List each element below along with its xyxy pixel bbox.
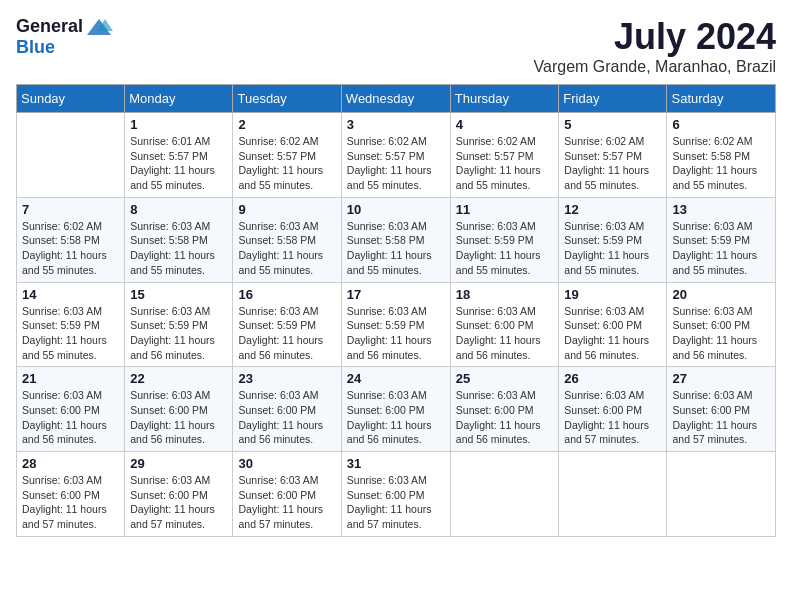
calendar-cell: 31Sunrise: 6:03 AMSunset: 6:00 PMDayligh… xyxy=(341,452,450,537)
calendar-cell: 16Sunrise: 6:03 AMSunset: 5:59 PMDayligh… xyxy=(233,282,341,367)
day-info: Sunrise: 6:03 AMSunset: 6:00 PMDaylight:… xyxy=(672,388,770,447)
day-info: Sunrise: 6:03 AMSunset: 6:00 PMDaylight:… xyxy=(130,388,227,447)
logo: General Blue xyxy=(16,16,113,58)
day-number: 14 xyxy=(22,287,119,302)
day-number: 11 xyxy=(456,202,554,217)
calendar-cell: 12Sunrise: 6:03 AMSunset: 5:59 PMDayligh… xyxy=(559,197,667,282)
calendar-cell: 14Sunrise: 6:03 AMSunset: 5:59 PMDayligh… xyxy=(17,282,125,367)
calendar-cell: 17Sunrise: 6:03 AMSunset: 5:59 PMDayligh… xyxy=(341,282,450,367)
calendar-cell: 20Sunrise: 6:03 AMSunset: 6:00 PMDayligh… xyxy=(667,282,776,367)
day-info: Sunrise: 6:03 AMSunset: 6:00 PMDaylight:… xyxy=(456,304,554,363)
day-number: 5 xyxy=(564,117,661,132)
calendar-cell: 15Sunrise: 6:03 AMSunset: 5:59 PMDayligh… xyxy=(125,282,233,367)
calendar-header-wednesday: Wednesday xyxy=(341,85,450,113)
calendar-header-sunday: Sunday xyxy=(17,85,125,113)
calendar-cell: 3Sunrise: 6:02 AMSunset: 5:57 PMDaylight… xyxy=(341,113,450,198)
calendar-week-row: 14Sunrise: 6:03 AMSunset: 5:59 PMDayligh… xyxy=(17,282,776,367)
day-info: Sunrise: 6:03 AMSunset: 5:59 PMDaylight:… xyxy=(564,219,661,278)
day-info: Sunrise: 6:03 AMSunset: 5:59 PMDaylight:… xyxy=(456,219,554,278)
day-number: 19 xyxy=(564,287,661,302)
calendar-cell: 24Sunrise: 6:03 AMSunset: 6:00 PMDayligh… xyxy=(341,367,450,452)
calendar-header-monday: Monday xyxy=(125,85,233,113)
day-number: 23 xyxy=(238,371,335,386)
day-info: Sunrise: 6:03 AMSunset: 6:00 PMDaylight:… xyxy=(22,473,119,532)
day-number: 29 xyxy=(130,456,227,471)
calendar-cell: 9Sunrise: 6:03 AMSunset: 5:58 PMDaylight… xyxy=(233,197,341,282)
logo-icon xyxy=(85,17,113,37)
day-number: 4 xyxy=(456,117,554,132)
day-info: Sunrise: 6:03 AMSunset: 5:59 PMDaylight:… xyxy=(238,304,335,363)
day-info: Sunrise: 6:03 AMSunset: 5:59 PMDaylight:… xyxy=(672,219,770,278)
day-info: Sunrise: 6:03 AMSunset: 6:00 PMDaylight:… xyxy=(456,388,554,447)
calendar-cell: 19Sunrise: 6:03 AMSunset: 6:00 PMDayligh… xyxy=(559,282,667,367)
calendar-cell xyxy=(450,452,559,537)
day-info: Sunrise: 6:03 AMSunset: 6:00 PMDaylight:… xyxy=(564,388,661,447)
day-number: 17 xyxy=(347,287,445,302)
calendar-cell xyxy=(559,452,667,537)
day-number: 7 xyxy=(22,202,119,217)
calendar-cell: 5Sunrise: 6:02 AMSunset: 5:57 PMDaylight… xyxy=(559,113,667,198)
calendar-cell: 6Sunrise: 6:02 AMSunset: 5:58 PMDaylight… xyxy=(667,113,776,198)
day-info: Sunrise: 6:03 AMSunset: 5:59 PMDaylight:… xyxy=(130,304,227,363)
title-area: July 2024 Vargem Grande, Maranhao, Brazi… xyxy=(534,16,776,76)
calendar-table: SundayMondayTuesdayWednesdayThursdayFrid… xyxy=(16,84,776,537)
day-number: 26 xyxy=(564,371,661,386)
day-number: 15 xyxy=(130,287,227,302)
day-info: Sunrise: 6:01 AMSunset: 5:57 PMDaylight:… xyxy=(130,134,227,193)
day-number: 25 xyxy=(456,371,554,386)
calendar-cell: 11Sunrise: 6:03 AMSunset: 5:59 PMDayligh… xyxy=(450,197,559,282)
logo-blue-text: Blue xyxy=(16,37,55,58)
calendar-cell: 4Sunrise: 6:02 AMSunset: 5:57 PMDaylight… xyxy=(450,113,559,198)
day-info: Sunrise: 6:03 AMSunset: 5:59 PMDaylight:… xyxy=(22,304,119,363)
day-info: Sunrise: 6:03 AMSunset: 6:00 PMDaylight:… xyxy=(238,388,335,447)
location-subtitle: Vargem Grande, Maranhao, Brazil xyxy=(534,58,776,76)
day-number: 12 xyxy=(564,202,661,217)
day-info: Sunrise: 6:03 AMSunset: 6:00 PMDaylight:… xyxy=(347,473,445,532)
month-year-title: July 2024 xyxy=(534,16,776,58)
calendar-cell: 28Sunrise: 6:03 AMSunset: 6:00 PMDayligh… xyxy=(17,452,125,537)
day-info: Sunrise: 6:03 AMSunset: 5:58 PMDaylight:… xyxy=(130,219,227,278)
day-info: Sunrise: 6:02 AMSunset: 5:58 PMDaylight:… xyxy=(672,134,770,193)
calendar-cell: 2Sunrise: 6:02 AMSunset: 5:57 PMDaylight… xyxy=(233,113,341,198)
calendar-cell: 1Sunrise: 6:01 AMSunset: 5:57 PMDaylight… xyxy=(125,113,233,198)
calendar-cell: 25Sunrise: 6:03 AMSunset: 6:00 PMDayligh… xyxy=(450,367,559,452)
day-number: 22 xyxy=(130,371,227,386)
calendar-cell: 29Sunrise: 6:03 AMSunset: 6:00 PMDayligh… xyxy=(125,452,233,537)
calendar-cell: 21Sunrise: 6:03 AMSunset: 6:00 PMDayligh… xyxy=(17,367,125,452)
day-info: Sunrise: 6:03 AMSunset: 5:58 PMDaylight:… xyxy=(238,219,335,278)
header: General Blue July 2024 Vargem Grande, Ma… xyxy=(16,16,776,76)
day-info: Sunrise: 6:03 AMSunset: 6:00 PMDaylight:… xyxy=(130,473,227,532)
day-number: 27 xyxy=(672,371,770,386)
calendar-week-row: 7Sunrise: 6:02 AMSunset: 5:58 PMDaylight… xyxy=(17,197,776,282)
day-number: 6 xyxy=(672,117,770,132)
day-info: Sunrise: 6:03 AMSunset: 6:00 PMDaylight:… xyxy=(564,304,661,363)
day-number: 28 xyxy=(22,456,119,471)
day-number: 3 xyxy=(347,117,445,132)
calendar-header-tuesday: Tuesday xyxy=(233,85,341,113)
calendar-cell: 30Sunrise: 6:03 AMSunset: 6:00 PMDayligh… xyxy=(233,452,341,537)
day-number: 18 xyxy=(456,287,554,302)
day-number: 20 xyxy=(672,287,770,302)
day-info: Sunrise: 6:03 AMSunset: 6:00 PMDaylight:… xyxy=(238,473,335,532)
day-info: Sunrise: 6:03 AMSunset: 5:58 PMDaylight:… xyxy=(347,219,445,278)
day-info: Sunrise: 6:02 AMSunset: 5:57 PMDaylight:… xyxy=(564,134,661,193)
day-number: 2 xyxy=(238,117,335,132)
calendar-cell xyxy=(17,113,125,198)
day-number: 8 xyxy=(130,202,227,217)
day-number: 9 xyxy=(238,202,335,217)
calendar-week-row: 1Sunrise: 6:01 AMSunset: 5:57 PMDaylight… xyxy=(17,113,776,198)
calendar-cell: 22Sunrise: 6:03 AMSunset: 6:00 PMDayligh… xyxy=(125,367,233,452)
calendar-cell: 18Sunrise: 6:03 AMSunset: 6:00 PMDayligh… xyxy=(450,282,559,367)
day-number: 30 xyxy=(238,456,335,471)
day-info: Sunrise: 6:02 AMSunset: 5:57 PMDaylight:… xyxy=(456,134,554,193)
calendar-body: 1Sunrise: 6:01 AMSunset: 5:57 PMDaylight… xyxy=(17,113,776,537)
calendar-week-row: 28Sunrise: 6:03 AMSunset: 6:00 PMDayligh… xyxy=(17,452,776,537)
calendar-cell: 8Sunrise: 6:03 AMSunset: 5:58 PMDaylight… xyxy=(125,197,233,282)
day-info: Sunrise: 6:03 AMSunset: 6:00 PMDaylight:… xyxy=(672,304,770,363)
day-info: Sunrise: 6:03 AMSunset: 6:00 PMDaylight:… xyxy=(347,388,445,447)
day-info: Sunrise: 6:03 AMSunset: 5:59 PMDaylight:… xyxy=(347,304,445,363)
logo-general-text: General xyxy=(16,16,83,37)
calendar-header-friday: Friday xyxy=(559,85,667,113)
day-info: Sunrise: 6:02 AMSunset: 5:58 PMDaylight:… xyxy=(22,219,119,278)
calendar-cell: 7Sunrise: 6:02 AMSunset: 5:58 PMDaylight… xyxy=(17,197,125,282)
